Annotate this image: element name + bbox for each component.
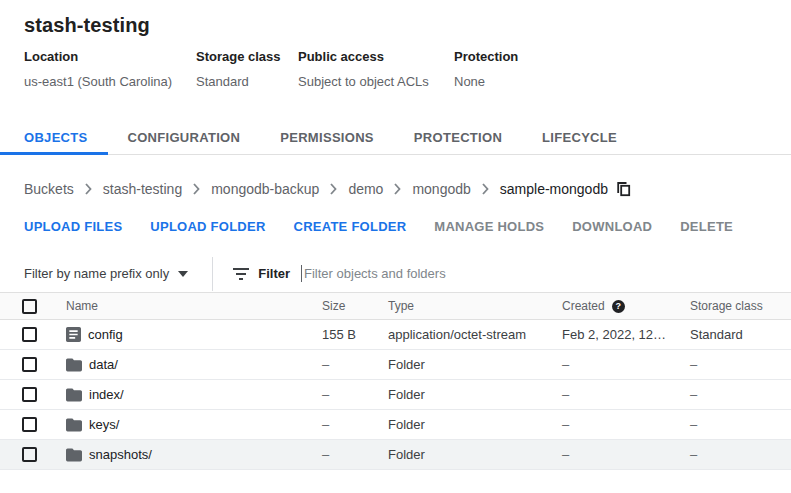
cell-type: Folder	[388, 447, 562, 462]
cell-created: –	[562, 387, 690, 402]
divider	[212, 257, 213, 291]
table-row: keys/ – Folder – –	[0, 410, 791, 440]
bucket-metadata: Location us-east1 (South Carolina) Stora…	[24, 49, 791, 89]
folder-icon	[66, 417, 82, 433]
delete-button[interactable]: DELETE	[680, 219, 733, 234]
upload-files-button[interactable]: UPLOAD FILES	[24, 219, 122, 234]
meta-public-access: Public access Subject to object ACLs	[298, 49, 454, 89]
breadcrumb: Buckets stash-testing mongodb-backup dem…	[24, 181, 791, 197]
filter-label: Filter	[258, 266, 290, 281]
meta-value: None	[454, 74, 518, 89]
chevron-right-icon	[84, 183, 93, 195]
breadcrumb-item-bucket[interactable]: stash-testing	[103, 181, 182, 197]
cell-created: –	[562, 357, 690, 372]
cell-size: –	[322, 447, 388, 462]
bucket-details-page: stash-testing Location us-east1 (South C…	[0, 13, 791, 493]
chevron-right-icon	[393, 183, 402, 195]
folder-icon	[66, 447, 82, 463]
tab-objects[interactable]: OBJECTS	[0, 120, 108, 154]
manage-holds-button[interactable]: MANAGE HOLDS	[434, 219, 544, 234]
cell-size: –	[322, 357, 388, 372]
breadcrumb-item-folder[interactable]: mongodb-backup	[211, 181, 319, 197]
cell-size: –	[322, 417, 388, 432]
filter-icon	[233, 267, 249, 281]
table-row: snapshots/ – Folder – –	[0, 440, 791, 470]
cell-storage-class: –	[690, 417, 791, 432]
cell-size: –	[322, 387, 388, 402]
column-header-storage-class: Storage class	[690, 299, 791, 313]
upload-folder-button[interactable]: UPLOAD FOLDER	[150, 219, 265, 234]
cell-storage-class: –	[690, 357, 791, 372]
folder-link[interactable]: data/	[89, 357, 118, 372]
cell-storage-class: –	[690, 387, 791, 402]
cell-type: application/octet-stream	[388, 327, 562, 342]
meta-storage-class: Storage class Standard	[196, 49, 298, 89]
column-header-name: Name	[56, 299, 322, 313]
meta-protection: Protection None	[454, 49, 518, 89]
filter-input[interactable]	[304, 266, 791, 281]
breadcrumb-item-folder[interactable]: mongodb	[412, 181, 470, 197]
table-row: index/ – Folder – –	[0, 380, 791, 410]
row-checkbox[interactable]	[22, 447, 37, 462]
chevron-down-icon	[178, 271, 188, 277]
file-icon	[66, 327, 81, 342]
row-checkbox[interactable]	[22, 417, 37, 432]
cell-type: Folder	[388, 357, 562, 372]
object-actions-toolbar: UPLOAD FILES UPLOAD FOLDER CREATE FOLDER…	[24, 219, 791, 234]
meta-location: Location us-east1 (South Carolina)	[24, 49, 196, 89]
tab-permissions[interactable]: PERMISSIONS	[260, 120, 394, 154]
filter-bar: Filter by name prefix only Filter	[0, 255, 791, 292]
meta-label: Protection	[454, 49, 518, 64]
table-row: config 155 B application/octet-stream Fe…	[0, 320, 791, 350]
column-header-size: Size	[322, 299, 388, 313]
row-checkbox[interactable]	[22, 357, 37, 372]
column-header-type: Type	[388, 299, 562, 313]
cell-type: Folder	[388, 387, 562, 402]
cell-storage-class: Standard	[690, 327, 791, 342]
folder-link[interactable]: index/	[89, 387, 124, 402]
text-cursor	[301, 265, 302, 282]
meta-value: Standard	[196, 74, 298, 89]
folder-link[interactable]: keys/	[89, 417, 119, 432]
chevron-right-icon	[329, 183, 338, 195]
create-folder-button[interactable]: CREATE FOLDER	[294, 219, 407, 234]
page-title: stash-testing	[24, 13, 791, 37]
tab-bar: OBJECTS CONFIGURATION PERMISSIONS PROTEC…	[0, 120, 791, 155]
breadcrumb-item-buckets[interactable]: Buckets	[24, 181, 74, 197]
row-checkbox[interactable]	[22, 387, 37, 402]
copy-icon[interactable]	[616, 181, 631, 197]
chevron-right-icon	[481, 183, 490, 195]
cell-created: –	[562, 417, 690, 432]
folder-icon	[66, 387, 82, 403]
cell-type: Folder	[388, 417, 562, 432]
meta-value: Subject to object ACLs	[298, 74, 454, 89]
table-row: data/ – Folder – –	[0, 350, 791, 380]
cell-created: –	[562, 447, 690, 462]
select-all-checkbox[interactable]	[22, 299, 37, 314]
meta-value: us-east1 (South Carolina)	[24, 74, 196, 89]
table-header: Name Size Type Created ? Storage class	[0, 292, 791, 320]
object-link[interactable]: config	[88, 327, 123, 342]
folder-icon	[66, 357, 82, 373]
filter-scope-dropdown[interactable]: Filter by name prefix only	[24, 266, 188, 281]
tab-configuration[interactable]: CONFIGURATION	[108, 120, 261, 154]
tab-protection[interactable]: PROTECTION	[394, 120, 522, 154]
breadcrumb-item-folder[interactable]: demo	[348, 181, 383, 197]
help-icon[interactable]: ?	[612, 300, 625, 313]
cell-created: Feb 2, 2022, 12…	[562, 327, 690, 342]
meta-label: Location	[24, 49, 196, 64]
filter-scope-label: Filter by name prefix only	[24, 266, 169, 281]
column-header-created: Created ?	[562, 299, 690, 313]
download-button[interactable]: DOWNLOAD	[572, 219, 652, 234]
row-checkbox[interactable]	[22, 327, 37, 342]
cell-size: 155 B	[322, 327, 388, 342]
meta-label: Storage class	[196, 49, 298, 64]
tab-lifecycle[interactable]: LIFECYCLE	[522, 120, 637, 154]
folder-link[interactable]: snapshots/	[89, 447, 152, 462]
meta-label: Public access	[298, 49, 454, 64]
chevron-right-icon	[192, 183, 201, 195]
breadcrumb-item-current: sample-mongodb	[500, 181, 608, 197]
cell-storage-class: –	[690, 447, 791, 462]
